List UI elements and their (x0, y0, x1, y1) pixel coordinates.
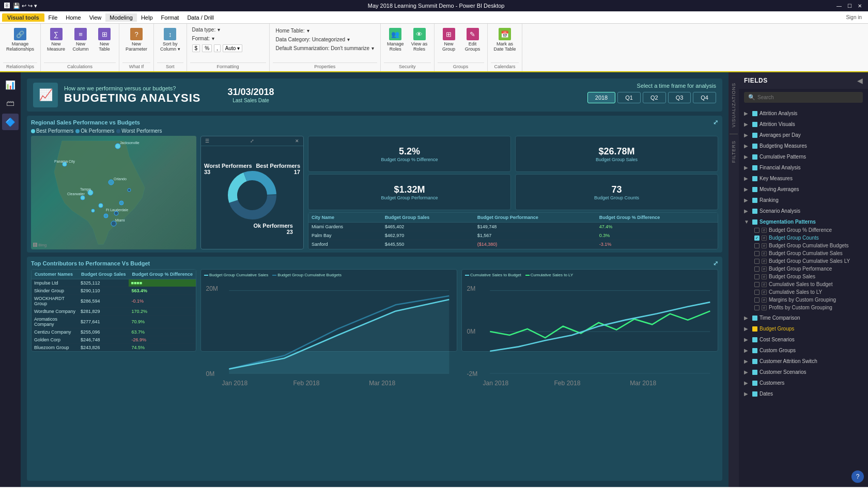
minimize-btn[interactable]: — (835, 2, 843, 9)
field-item-budget-group-cumulative-budgets[interactable]: σ Budget Group Cumulative Budgets (742, 242, 865, 249)
menu-help[interactable]: Help (137, 13, 157, 22)
comma-btn[interactable]: , (214, 44, 221, 52)
timeframe-q2-btn[interactable]: Q2 (643, 92, 666, 103)
field-group-averages-header[interactable]: ▶ Averages per Day (742, 131, 865, 139)
field-group-key-measures-header[interactable]: ▶ Key Measures (742, 174, 865, 183)
view-as-roles-btn[interactable]: 👁 View asRoles (408, 26, 431, 54)
field-group-custom-groups-header[interactable]: ▶ Custom Groups (742, 346, 865, 355)
field-group-customer-attrition-switch-header[interactable]: ▶ Customer Attrition Switch (742, 357, 865, 366)
field-group-cumulative-patterns-header[interactable]: ▶ Cumulative Patterns (742, 152, 865, 161)
sign-in-link[interactable]: Sign in (842, 13, 866, 21)
stat-budget-sales-value: $26.78M (598, 146, 634, 157)
field-group-budgeting-measures-header[interactable]: ▶ Budgeting Measures (742, 141, 865, 150)
field-item-budget-group-performance[interactable]: σ Budget Group Performance (742, 265, 865, 273)
field-checkbox-budget-group-performance[interactable] (754, 266, 760, 272)
menu-format[interactable]: Format (157, 13, 183, 22)
arrow-icon: ▶ (744, 186, 750, 192)
field-checkbox-budget-group-pct[interactable] (754, 228, 760, 233)
field-group-scenario-analysis-header[interactable]: ▶ Scenario Analysis (742, 207, 865, 215)
search-input[interactable] (757, 95, 859, 100)
field-checkbox-margins-by-custom-grouping[interactable] (754, 297, 760, 303)
menu-view[interactable]: View (85, 13, 106, 22)
currency-btn[interactable]: $ (192, 44, 200, 52)
visualizations-label[interactable]: VISUALIZATIONS (731, 83, 736, 128)
field-group-attrition-analysis-header[interactable]: ▶ Attrition Analysis (742, 109, 865, 118)
menu-modeling[interactable]: Modeling (105, 13, 137, 22)
timeframe-q3-btn[interactable]: Q3 (668, 92, 691, 103)
field-checkbox-budget-group-sales[interactable] (754, 274, 760, 279)
field-checkbox-budget-group-cumulative-sales-ly[interactable] (754, 259, 760, 264)
field-checkbox-cumulative-sales-to-ly[interactable] (754, 290, 760, 295)
menu-file[interactable]: File (44, 13, 62, 22)
field-group-cost-scenarios-header[interactable]: ▶ Cost Scenarios (742, 335, 865, 344)
report-view-icon[interactable]: 📊 (2, 76, 19, 93)
regional-table-scroll[interactable]: City Name Budget Group Sales Budget Grou… (308, 213, 718, 249)
data-type-dropdown[interactable]: Data type: ▾ (190, 26, 223, 34)
auto-dropdown[interactable]: Auto ▾ (223, 44, 242, 52)
field-checkbox-budget-group-cumulative-sales[interactable] (754, 251, 760, 256)
default-summarization-dropdown[interactable]: Default Summarization: Don't summarize ▾ (274, 44, 376, 52)
field-item-budget-group-sales[interactable]: σ Budget Group Sales (742, 273, 865, 280)
menu-visual-tools[interactable]: Visual tools (2, 13, 44, 22)
field-group-financial-analysis-header[interactable]: ▶ Financial Analysis (742, 163, 865, 172)
edit-groups-btn[interactable]: ✎ EditGroups (461, 26, 484, 54)
new-measure-btn[interactable]: ∑ NewMeasure (44, 26, 68, 54)
field-item-profits-by-custom-grouping[interactable]: σ Profits by Custom Grouping (742, 304, 865, 311)
format-dropdown[interactable]: Format: ▾ (190, 35, 216, 42)
mark-as-date-table-btn[interactable]: 📅 Mark asDate Table (491, 26, 519, 54)
field-item-cumulative-sales-to-ly[interactable]: σ Cumulative Sales to LY (742, 288, 865, 296)
field-group-customer-scenarios-header[interactable]: ▶ Customer Scenarios (742, 368, 865, 376)
field-item-budget-group-cumulative-sales-ly[interactable]: σ Budget Group Cumulative Sales LY (742, 257, 865, 265)
maximize-btn[interactable]: ☐ (845, 2, 854, 9)
menu-home[interactable]: Home (61, 13, 85, 22)
fields-list[interactable]: ▶ Attrition Analysis ▶ Attrition Visuals… (739, 106, 868, 466)
home-table-dropdown[interactable]: Home Table: ▾ (274, 27, 312, 35)
close-btn[interactable]: ✕ (856, 2, 864, 9)
new-table-btn[interactable]: ⊞ NewTable (93, 26, 116, 54)
menu-data-drill[interactable]: Data / Drill (183, 13, 218, 22)
window-controls[interactable]: — ☐ ✕ (835, 2, 864, 9)
arrow-icon: ▶ (744, 369, 750, 375)
timeframe-2018-btn[interactable]: 2018 (587, 92, 615, 103)
timeframe-q4-btn[interactable]: Q4 (693, 92, 716, 103)
contributors-expand-icon[interactable]: ⤢ (713, 260, 718, 267)
field-checkbox-cumulative-sales-to-budget[interactable] (754, 282, 760, 287)
field-group-customers-header[interactable]: ▶ Customers (742, 379, 865, 387)
new-group-btn[interactable]: ⊞ NewGroup (438, 26, 460, 54)
cust-name: Centizu Company (32, 328, 78, 336)
new-parameter-btn[interactable]: ? NewParameter (122, 26, 150, 54)
field-group-dates-header[interactable]: ▶ Dates (742, 389, 865, 398)
manage-roles-btn[interactable]: 👥 ManageRoles (384, 26, 407, 54)
field-item-budget-group-pct[interactable]: σ Budget Group % Difference (742, 226, 865, 234)
help-icon[interactable]: ? (851, 470, 864, 483)
new-column-btn[interactable]: ≡ NewColumn (69, 26, 92, 54)
field-item-cumulative-sales-to-budget[interactable]: σ Cumulative Sales to Budget (742, 280, 865, 288)
field-item-cumulative-sales-to-budget-name: Cumulative Sales to Budget (769, 281, 832, 287)
field-group-time-comparison-header[interactable]: ▶ Time Comparison (742, 313, 865, 322)
filters-label[interactable]: FILTERS (731, 140, 736, 163)
field-group-budget-groups-header[interactable]: ▶ Budget Groups (742, 324, 865, 333)
fields-collapse-icon[interactable]: ◀ (857, 76, 863, 85)
regional-expand-icon[interactable]: ⤢ (713, 119, 718, 126)
field-group-moving-averages-header[interactable]: ▶ Moving Averages (742, 185, 865, 194)
contributors-table-scroll[interactable]: Customer Names Budget Group Sales Budget… (32, 270, 196, 351)
data-category-dropdown[interactable]: Data Category: Uncategorized ▾ (274, 36, 352, 43)
donut-header-close[interactable]: ✕ (295, 138, 299, 144)
field-group-attrition-visuals-header[interactable]: ▶ Attrition Visuals (742, 120, 865, 129)
field-group-segmentation-patterns-header[interactable]: ▼ Segmentation Patterns (742, 217, 865, 226)
field-group-ranking-header[interactable]: ▶ Ranking (742, 196, 865, 204)
timeframe-q1-btn[interactable]: Q1 (617, 92, 641, 103)
field-checkbox-profits-by-custom-grouping[interactable] (754, 305, 760, 310)
svg-point-15 (119, 201, 123, 205)
field-checkbox-budget-group-cumulative-budgets[interactable] (754, 243, 760, 248)
field-item-budget-group-cumulative-sales[interactable]: σ Budget Group Cumulative Sales (742, 249, 865, 257)
field-checkbox-budget-group-counts[interactable]: ✓ (754, 235, 760, 241)
percent-btn[interactable]: % (202, 44, 212, 52)
sort-by-column-btn[interactable]: ↕ Sort byColumn ▾ (157, 26, 183, 54)
map-area[interactable]: Jacksonville Panama City Clearwater Orla… (31, 136, 196, 249)
manage-relationships-btn[interactable]: 🔗 ManageRelationships (3, 26, 37, 54)
field-item-margins-by-custom-grouping[interactable]: σ Margins by Custom Grouping (742, 296, 865, 304)
model-view-icon[interactable]: 🔷 (2, 114, 19, 130)
data-view-icon[interactable]: 🗃 (2, 95, 19, 112)
field-item-budget-group-counts[interactable]: ✓ σ Budget Group Counts (742, 234, 865, 242)
